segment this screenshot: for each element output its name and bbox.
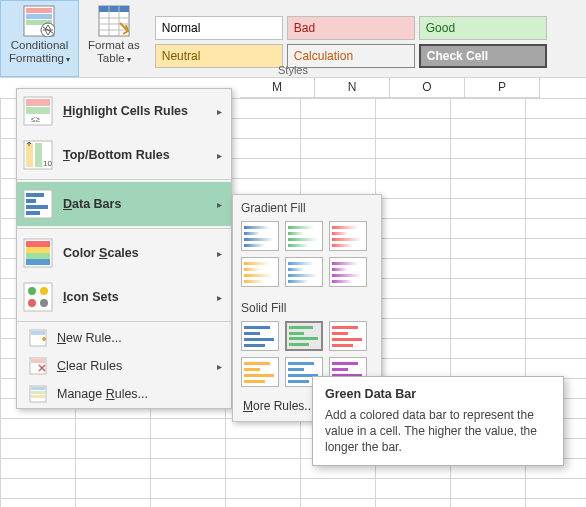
column-header[interactable]: M bbox=[240, 78, 315, 98]
databar-gradient-lightblue[interactable] bbox=[285, 257, 323, 287]
chevron-right-icon: ▸ bbox=[213, 361, 225, 372]
conditional-formatting-button[interactable]: Conditional Formatting▾ bbox=[0, 0, 79, 77]
svg-rect-19 bbox=[35, 143, 42, 167]
databar-solid-blue[interactable] bbox=[241, 321, 279, 351]
icon-sets-icon bbox=[23, 282, 53, 312]
svg-point-34 bbox=[28, 299, 36, 307]
databar-gradient-orange[interactable] bbox=[241, 257, 279, 287]
menu-item-label: Top/Bottom Rules bbox=[63, 148, 213, 162]
submenu-section-solid: Solid Fill bbox=[233, 295, 381, 319]
menu-item-label: Icon Sets bbox=[63, 290, 213, 304]
dropdown-arrow-icon: ▾ bbox=[66, 55, 70, 64]
column-header[interactable]: O bbox=[390, 78, 465, 98]
svg-rect-29 bbox=[26, 253, 50, 259]
menu-manage-rules[interactable]: Manage Rules... bbox=[17, 380, 231, 408]
menu-item-label: Clear Rules bbox=[57, 359, 213, 373]
menu-item-label: Color Scales bbox=[63, 246, 213, 260]
conditional-formatting-menu: ≤≥ Highlight Cells Rules ▸ 10 Top/Bottom… bbox=[16, 88, 232, 409]
highlight-cells-icon: ≤≥ bbox=[23, 96, 53, 126]
menu-item-label: New Rule... bbox=[57, 331, 225, 345]
tooltip-title: Green Data Bar bbox=[325, 387, 551, 401]
clear-rules-icon bbox=[29, 357, 47, 375]
svg-point-33 bbox=[40, 287, 48, 295]
conditional-formatting-icon bbox=[23, 5, 55, 37]
menu-data-bars[interactable]: Data Bars ▸ bbox=[17, 182, 231, 226]
svg-rect-14 bbox=[26, 99, 50, 106]
style-check-cell[interactable]: Check Cell bbox=[419, 44, 547, 68]
svg-rect-2 bbox=[26, 14, 52, 19]
databar-solid-green[interactable] bbox=[285, 321, 323, 351]
svg-rect-22 bbox=[26, 193, 44, 197]
format-as-table-label: Format as Table▾ bbox=[88, 39, 140, 66]
manage-rules-icon bbox=[29, 385, 47, 403]
menu-icon-sets[interactable]: Icon Sets ▸ bbox=[17, 275, 231, 319]
svg-rect-7 bbox=[99, 6, 129, 12]
column-header[interactable]: P bbox=[465, 78, 540, 98]
conditional-formatting-label: Conditional Formatting▾ bbox=[9, 39, 70, 66]
menu-top-bottom-rules[interactable]: 10 Top/Bottom Rules ▸ bbox=[17, 133, 231, 177]
svg-point-32 bbox=[28, 287, 36, 295]
svg-rect-23 bbox=[26, 199, 36, 203]
top-bottom-icon: 10 bbox=[23, 140, 53, 170]
svg-rect-30 bbox=[26, 259, 50, 265]
menu-separator bbox=[17, 228, 231, 229]
chevron-right-icon: ▸ bbox=[213, 292, 225, 303]
data-bars-icon bbox=[23, 189, 53, 219]
style-bad[interactable]: Bad bbox=[287, 16, 415, 40]
style-good[interactable]: Good bbox=[419, 16, 547, 40]
menu-highlight-cells-rules[interactable]: ≤≥ Highlight Cells Rules ▸ bbox=[17, 89, 231, 133]
chevron-right-icon: ▸ bbox=[213, 199, 225, 210]
dropdown-arrow-icon: ▾ bbox=[127, 55, 131, 64]
svg-rect-39 bbox=[31, 359, 45, 363]
chevron-right-icon: ▸ bbox=[213, 248, 225, 259]
svg-rect-28 bbox=[26, 247, 50, 253]
menu-separator bbox=[17, 179, 231, 180]
svg-rect-24 bbox=[26, 205, 48, 209]
svg-rect-27 bbox=[26, 241, 50, 247]
chevron-right-icon: ▸ bbox=[213, 150, 225, 161]
menu-item-label: Manage Rules... bbox=[57, 387, 225, 401]
column-header[interactable]: N bbox=[315, 78, 390, 98]
tooltip-body: Add a colored data bar to represent the … bbox=[325, 407, 551, 455]
databar-solid-orange[interactable] bbox=[241, 357, 279, 387]
databar-solid-red[interactable] bbox=[329, 321, 367, 351]
svg-rect-25 bbox=[26, 211, 40, 215]
format-as-table-button[interactable]: Format as Table▾ bbox=[79, 0, 149, 77]
svg-point-35 bbox=[40, 299, 48, 307]
svg-rect-43 bbox=[31, 395, 45, 398]
menu-new-rule[interactable]: New Rule... bbox=[17, 324, 231, 352]
cell-styles-gallery[interactable]: Normal Bad Good Neutral Calculation Chec… bbox=[155, 0, 547, 77]
svg-rect-41 bbox=[31, 387, 45, 390]
menu-item-label: Highlight Cells Rules bbox=[63, 104, 213, 118]
ribbon: Conditional Formatting▾ Format as Table▾… bbox=[0, 0, 586, 78]
svg-rect-37 bbox=[31, 331, 45, 335]
svg-rect-18 bbox=[26, 143, 33, 167]
style-calculation[interactable]: Calculation bbox=[287, 44, 415, 68]
new-rule-icon bbox=[29, 329, 47, 347]
menu-separator bbox=[17, 321, 231, 322]
svg-rect-15 bbox=[26, 107, 50, 114]
format-as-table-icon bbox=[98, 5, 130, 37]
svg-rect-42 bbox=[31, 391, 45, 394]
databar-gradient-purple[interactable] bbox=[329, 257, 367, 287]
style-neutral[interactable]: Neutral bbox=[155, 44, 283, 68]
color-scales-icon bbox=[23, 238, 53, 268]
svg-rect-31 bbox=[24, 283, 52, 311]
svg-text:10: 10 bbox=[43, 159, 52, 168]
svg-rect-1 bbox=[26, 8, 52, 13]
databar-gradient-red[interactable] bbox=[329, 221, 367, 251]
menu-color-scales[interactable]: Color Scales ▸ bbox=[17, 231, 231, 275]
databar-gradient-blue[interactable] bbox=[241, 221, 279, 251]
style-normal[interactable]: Normal bbox=[155, 16, 283, 40]
menu-clear-rules[interactable]: Clear Rules ▸ bbox=[17, 352, 231, 380]
databar-gradient-green[interactable] bbox=[285, 221, 323, 251]
tooltip: Green Data Bar Add a colored data bar to… bbox=[312, 376, 564, 466]
svg-text:≤≥: ≤≥ bbox=[31, 115, 40, 124]
menu-item-label: Data Bars bbox=[63, 197, 213, 211]
chevron-right-icon: ▸ bbox=[213, 106, 225, 117]
submenu-section-gradient: Gradient Fill bbox=[233, 195, 381, 219]
